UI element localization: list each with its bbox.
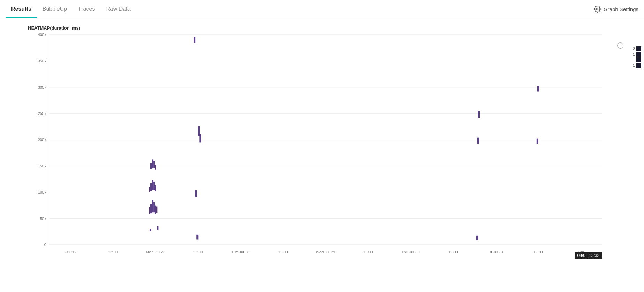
svg-rect-59 [537, 86, 539, 92]
svg-text:100k: 100k [38, 190, 47, 195]
svg-rect-36 [150, 163, 152, 169]
svg-text:400k: 400k [38, 33, 47, 37]
svg-rect-39 [153, 182, 155, 190]
legend-swatch-1a [636, 52, 641, 57]
tab-traces[interactable]: Traces [72, 0, 100, 18]
svg-rect-53 [199, 134, 201, 142]
svg-rect-47 [149, 207, 150, 214]
legend-swatch-2 [636, 46, 641, 51]
svg-rect-48 [156, 207, 157, 213]
svg-rect-43 [152, 200, 153, 212]
svg-text:12:00: 12:00 [108, 250, 118, 254]
svg-text:12:00: 12:00 [278, 250, 288, 254]
svg-rect-60 [537, 139, 538, 144]
svg-rect-42 [149, 187, 150, 192]
svg-text:150k: 150k [38, 164, 47, 168]
legend-label-2: 2 [633, 47, 635, 51]
chart-wrapper: 0 50k 100k 150k 200k 250k 300k 350k 400k [28, 33, 623, 265]
legend-label-1a: 1 [633, 52, 635, 56]
svg-rect-34 [152, 159, 153, 168]
tab-bar: Results BubbleUp Traces Raw Data Graph S… [0, 0, 644, 18]
graph-settings-label: Graph Settings [604, 6, 638, 12]
svg-point-0 [596, 8, 598, 10]
svg-text:12:00: 12:00 [533, 250, 543, 254]
chart-container: HEATMAP(duration_ms) 0 50k 100k 150k [0, 18, 644, 292]
svg-text:Mon Jul 27: Mon Jul 27 [146, 250, 165, 254]
svg-rect-40 [150, 183, 152, 191]
tab-results[interactable]: Results [6, 0, 37, 18]
heatmap-chart: 0 50k 100k 150k 200k 250k 300k 350k 400k [28, 33, 623, 265]
svg-rect-41 [155, 185, 156, 191]
legend-item-1a: 1 [633, 52, 641, 57]
gear-icon [594, 6, 601, 13]
svg-text:Fri Jul 31: Fri Jul 31 [488, 250, 504, 254]
svg-rect-54 [195, 190, 197, 197]
svg-text:350k: 350k [38, 59, 47, 63]
svg-text:Thu Jul 30: Thu Jul 30 [402, 250, 420, 254]
legend-item-1b: 1 [633, 63, 641, 68]
legend-item-2: 2 [633, 46, 641, 51]
svg-text:200k: 200k [38, 138, 47, 142]
svg-rect-57 [477, 138, 479, 144]
svg-text:Tue Jul 28: Tue Jul 28 [231, 250, 249, 254]
legend-label-1b: 1 [633, 63, 635, 68]
svg-rect-37 [155, 165, 156, 170]
svg-text:250k: 250k [38, 111, 47, 116]
svg-rect-38 [152, 180, 153, 190]
tab-rawdata[interactable]: Raw Data [100, 0, 136, 18]
svg-text:12:00: 12:00 [193, 250, 203, 254]
svg-text:12:00: 12:00 [448, 250, 458, 254]
svg-rect-46 [155, 206, 156, 214]
svg-text:300k: 300k [38, 85, 47, 89]
svg-rect-51 [194, 37, 195, 43]
legend-swatch-mid [636, 57, 641, 62]
svg-rect-56 [478, 111, 480, 118]
legend-swatch-1b [636, 63, 641, 68]
legend-container: 2 1 1 [633, 46, 641, 68]
svg-rect-35 [153, 161, 155, 168]
svg-rect-45 [150, 204, 152, 213]
timestamp-badge: 08/01 13:32 [575, 252, 602, 259]
svg-text:0: 0 [44, 243, 46, 247]
svg-text:12:00: 12:00 [363, 250, 373, 254]
graph-settings-button[interactable]: Graph Settings [594, 6, 638, 13]
svg-rect-55 [196, 235, 198, 240]
svg-rect-49 [150, 229, 151, 231]
tab-bubbleup[interactable]: BubbleUp [37, 0, 72, 18]
svg-text:50k: 50k [40, 216, 47, 221]
legend-item-spacer [634, 57, 641, 62]
svg-rect-44 [153, 202, 155, 212]
svg-text:Wed Jul 29: Wed Jul 29 [316, 250, 335, 254]
svg-rect-50 [157, 226, 158, 230]
chart-title: HEATMAP(duration_ms) [28, 25, 623, 31]
svg-text:Jul 26: Jul 26 [65, 250, 76, 254]
svg-rect-58 [476, 236, 478, 240]
